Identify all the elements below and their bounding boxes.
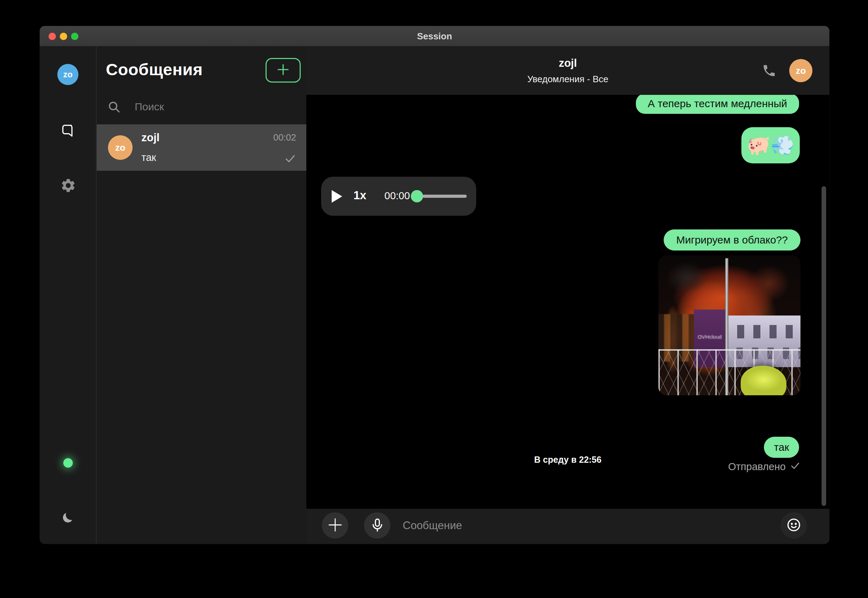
- chat-contact-name: zojl: [306, 57, 829, 70]
- sent-check-icon: [790, 460, 801, 473]
- chat-notifications-subtitle[interactable]: Уведомления - Все: [306, 74, 829, 85]
- read-check-icon: [284, 152, 296, 166]
- theme-toggle[interactable]: [61, 510, 76, 524]
- voice-message-button[interactable]: [364, 512, 390, 539]
- play-button[interactable]: [332, 190, 343, 203]
- call-button[interactable]: [762, 63, 777, 78]
- composer-bar: [306, 509, 829, 544]
- profile-avatar[interactable]: zo: [57, 64, 78, 85]
- microphone-icon: [370, 517, 385, 534]
- search-input[interactable]: [134, 99, 292, 115]
- left-rail: zo: [40, 46, 96, 544]
- chat-header-avatar[interactable]: zo: [789, 59, 813, 82]
- phone-icon: [762, 73, 777, 79]
- photo-building-windows: [721, 325, 801, 338]
- playback-speed[interactable]: 1x: [354, 189, 366, 202]
- smiley-icon: [786, 516, 802, 535]
- chat-header: zojl Уведомления - Все zo: [306, 46, 829, 95]
- conversations-panel: Сообщения zo zojl 00:02 так: [97, 46, 306, 544]
- outgoing-emoji-bubble[interactable]: 🐖💨: [741, 127, 800, 163]
- attach-button[interactable]: [322, 512, 348, 539]
- conversation-list-item[interactable]: zo zojl 00:02 так: [97, 124, 306, 171]
- conversation-preview: так: [141, 152, 156, 163]
- chats-tab[interactable]: [60, 123, 76, 139]
- speech-bubble-icon: [60, 122, 76, 140]
- message-input[interactable]: [402, 516, 754, 535]
- outgoing-message-bubble[interactable]: А теперь тестим медленный: [636, 95, 799, 114]
- session-window: Session zo: [40, 26, 829, 544]
- audio-timestamp: 00:00: [384, 190, 410, 202]
- audio-seek-thumb[interactable]: [411, 190, 423, 202]
- gear-icon: [60, 178, 76, 195]
- moon-icon: [61, 519, 76, 525]
- scrollbar-thumb[interactable]: [822, 186, 826, 506]
- titlebar[interactable]: Session: [40, 26, 829, 46]
- photo-sign-text: OVHcloud: [698, 334, 722, 340]
- settings-tab[interactable]: [60, 178, 76, 194]
- audio-seek-track[interactable]: [423, 194, 467, 198]
- emoji-button[interactable]: [780, 512, 807, 539]
- status-text: Отправлено: [728, 461, 786, 472]
- play-icon: [332, 190, 342, 203]
- search-bar: [97, 96, 306, 118]
- audio-message-bubble[interactable]: 1x 00:00: [321, 177, 476, 216]
- conversation-name: zojl: [141, 132, 160, 144]
- outgoing-message-bubble[interactable]: так: [764, 437, 799, 458]
- window-title: Session: [40, 26, 829, 46]
- plus-icon: [327, 517, 343, 534]
- new-conversation-button[interactable]: [265, 58, 301, 82]
- photo-message-fire[interactable]: OVHcloud: [658, 256, 801, 395]
- plus-icon: [276, 63, 290, 78]
- message-status: Отправлено: [728, 460, 801, 473]
- chat-area: zojl Уведомления - Все zo А теперь тести…: [306, 46, 829, 544]
- path-status-indicator[interactable]: [63, 458, 73, 468]
- conversation-avatar: zo: [108, 135, 133, 160]
- conversation-time: 00:02: [273, 132, 296, 143]
- panel-title: Сообщения: [106, 60, 202, 79]
- outgoing-message-bubble[interactable]: Мигрируем в облако??: [664, 229, 801, 251]
- message-list[interactable]: А теперь тестим медленный 🐖💨 1x 00:00 Ми…: [306, 95, 829, 509]
